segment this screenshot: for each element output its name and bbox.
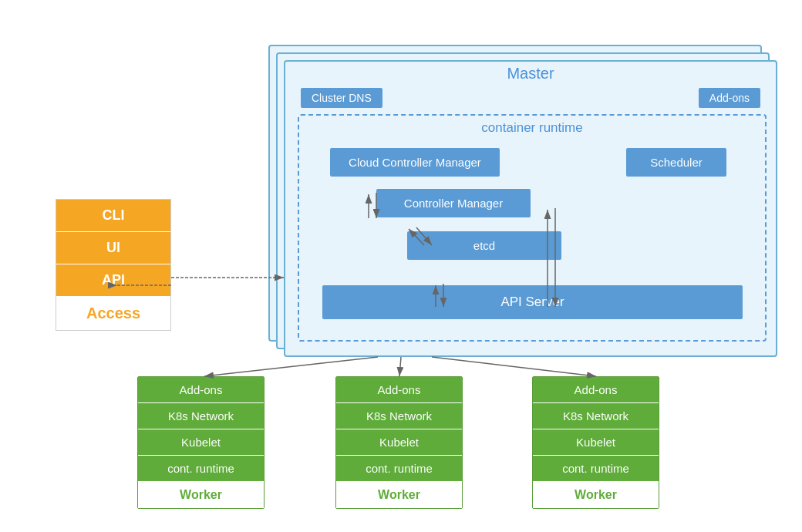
worker3-network: K8s Network — [533, 403, 659, 429]
worker-node-3: Add-ons K8s Network Kubelet cont. runtim… — [532, 376, 659, 509]
worker1-addons: Add-ons — [138, 377, 264, 403]
worker1-kubelet: Kubelet — [138, 429, 264, 456]
diagram-container: CLI UI API Access Master Cluster DNS Add… — [0, 0, 802, 532]
svg-line-14 — [432, 357, 596, 376]
access-box: CLI UI API Access — [56, 199, 171, 331]
worker1-runtime: cont. runtime — [138, 456, 264, 482]
master-title: Master — [507, 65, 554, 82]
worker2-kubelet: Kubelet — [336, 429, 462, 456]
svg-line-13 — [399, 357, 401, 376]
worker2-addons: Add-ons — [336, 377, 462, 403]
worker2-network: K8s Network — [336, 403, 462, 429]
cloud-controller-manager-button: Cloud Controller Manager — [330, 148, 500, 177]
worker1-label: Worker — [138, 482, 264, 508]
worker3-addons: Add-ons — [533, 377, 659, 403]
worker2-runtime: cont. runtime — [336, 456, 462, 482]
worker2-label: Worker — [336, 482, 462, 508]
worker3-kubelet: Kubelet — [533, 429, 659, 456]
cli-row: CLI — [56, 200, 170, 232]
worker-node-1: Add-ons K8s Network Kubelet cont. runtim… — [137, 376, 265, 509]
etcd-button: etcd — [407, 231, 561, 260]
container-runtime-box: container runtime Cloud Controller Manag… — [298, 114, 767, 342]
addons-top-button: Add-ons — [699, 88, 760, 108]
container-runtime-label: container runtime — [481, 120, 582, 136]
access-label: Access — [56, 297, 170, 330]
master-panel: Master Cluster DNS Add-ons container run… — [284, 60, 777, 357]
controller-manager-button: Controller Manager — [376, 189, 531, 217]
scheduler-button: Scheduler — [626, 148, 726, 177]
cluster-dns-button: Cluster DNS — [301, 88, 382, 108]
worker3-label: Worker — [533, 482, 659, 508]
api-row: API — [56, 264, 170, 297]
worker1-network: K8s Network — [138, 403, 264, 429]
worker3-runtime: cont. runtime — [533, 456, 659, 482]
worker-node-2: Add-ons K8s Network Kubelet cont. runtim… — [335, 376, 463, 509]
svg-line-12 — [204, 357, 378, 376]
api-server-button: API Server — [322, 285, 743, 319]
ui-row: UI — [56, 232, 170, 264]
